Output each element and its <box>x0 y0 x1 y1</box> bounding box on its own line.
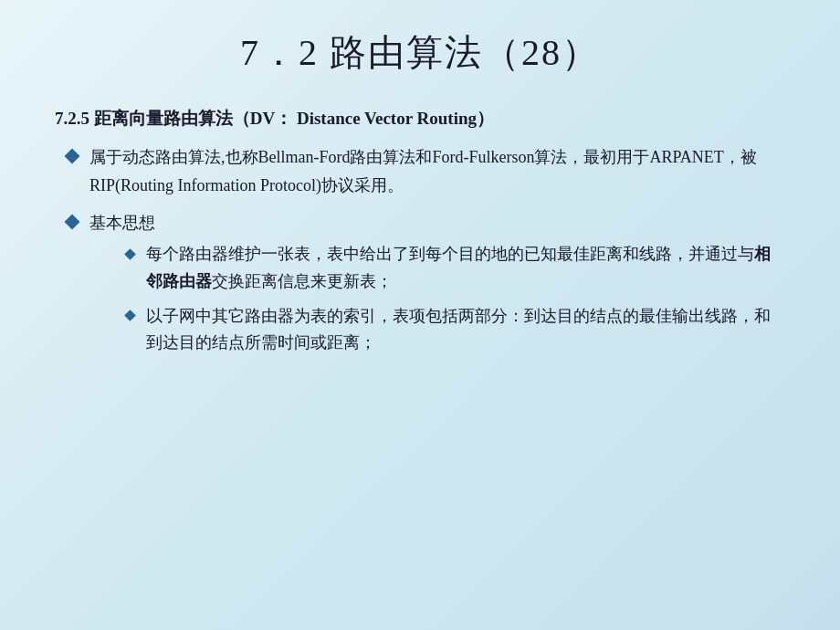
diamond-small-icon-2 <box>121 307 139 325</box>
content-area: 7.2.5 距离向量路由算法（DV： Distance Vector Routi… <box>55 105 785 373</box>
section-header: 7.2.5 距离向量路由算法（DV： Distance Vector Routi… <box>55 105 785 132</box>
bold-neighbor: 相邻路由器 <box>146 245 771 290</box>
bullet-text-2: 基本思想 每个路由器维护一张表，表中给出了到每个目的地的已知最佳距离和线路，并通… <box>89 209 785 365</box>
diamond-icon-2 <box>62 212 82 232</box>
sub-bullet-item-2: 以子网中其它路由器为表的索引，表项包括两部分：到达目的结点的最佳输出线路，和到达… <box>117 303 785 358</box>
basic-idea-label: 基本思想 <box>89 214 155 232</box>
sub-bullets: 每个路由器维护一张表，表中给出了到每个目的地的已知最佳距离和线路，并通过与相邻路… <box>117 241 785 357</box>
diamond-icon-1 <box>62 146 82 166</box>
section-header-text: 7.2.5 距离向量路由算法（DV： Distance Vector Routi… <box>55 109 494 128</box>
bullet-item-1: 属于动态路由算法,也称Bellman-Ford路由算法和Ford-Fulkers… <box>55 143 785 199</box>
sub-bullet-text-1: 每个路由器维护一张表，表中给出了到每个目的地的已知最佳距离和线路，并通过与相邻路… <box>146 241 785 296</box>
diamond-small-icon-1 <box>121 245 139 263</box>
sub-bullet-item-1: 每个路由器维护一张表，表中给出了到每个目的地的已知最佳距离和线路，并通过与相邻路… <box>117 241 785 296</box>
sub-bullet-text-2: 以子网中其它路由器为表的索引，表项包括两部分：到达目的结点的最佳输出线路，和到达… <box>146 303 785 358</box>
page-title: 7．2 路由算法（28） <box>240 27 600 78</box>
bullet-item-2: 基本思想 每个路由器维护一张表，表中给出了到每个目的地的已知最佳距离和线路，并通… <box>55 209 785 365</box>
bullet-text-1: 属于动态路由算法,也称Bellman-Ford路由算法和Ford-Fulkers… <box>89 143 785 199</box>
